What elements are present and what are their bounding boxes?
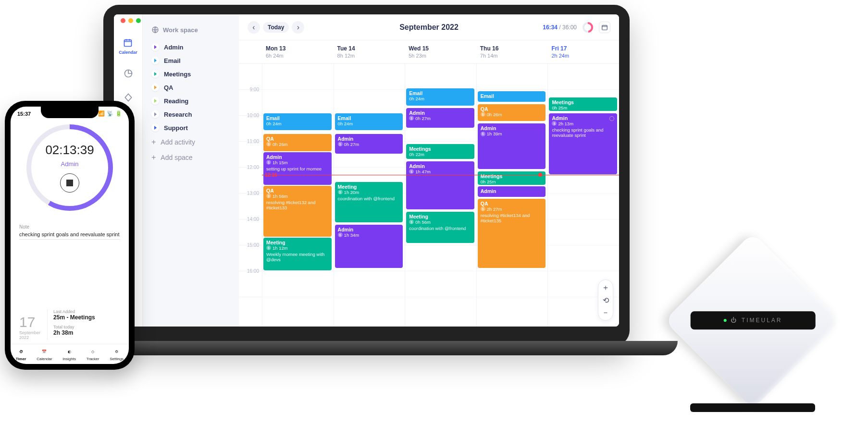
- diamond-icon: [123, 92, 134, 103]
- day-header[interactable]: Wed 155h 23m: [405, 40, 476, 63]
- svg-rect-2: [602, 25, 608, 29]
- tab-calendar[interactable]: 📅Calendar: [37, 347, 52, 361]
- event-duration: $1h 39m: [481, 131, 543, 136]
- event-duration: 0h 25m: [552, 105, 614, 110]
- event-block[interactable]: Meetings0h 25m: [478, 171, 546, 185]
- event-block[interactable]: Meetings0h 25m: [549, 97, 617, 111]
- day-column[interactable]: Email0h 24mQA$0h 26mAdmin$1h 15msetting …: [262, 64, 334, 327]
- zoom-reset-button[interactable]: ⟲: [601, 295, 610, 305]
- zoom-in-button[interactable]: ＋: [601, 283, 610, 292]
- activity-research[interactable]: Research: [148, 108, 234, 121]
- activity-reading[interactable]: Reading: [148, 94, 234, 108]
- event-title: QA: [266, 136, 329, 142]
- add-space[interactable]: +Add space: [148, 150, 234, 165]
- activity-admin[interactable]: Admin: [148, 40, 234, 54]
- event-title: Admin: [266, 154, 329, 160]
- activity-meetings[interactable]: Meetings: [148, 67, 234, 81]
- event-block[interactable]: QA$0h 26m: [478, 104, 546, 121]
- play-icon: [151, 70, 159, 78]
- zoom-out-button[interactable]: －: [601, 308, 610, 317]
- event-block[interactable]: Admin$0h 27m: [406, 108, 474, 128]
- hour-label: 11:00: [247, 139, 259, 144]
- day-column[interactable]: EmailQA$0h 26mAdmin$1h 39mMeetings0h 25m…: [476, 64, 548, 327]
- event-block[interactable]: Meeting$1h 20mcoordination with @fronten…: [335, 182, 403, 222]
- nav-tracker[interactable]: [123, 92, 134, 103]
- activity-label: Admin: [164, 44, 183, 51]
- event-title: Email: [409, 90, 471, 96]
- tracker-stand: [690, 403, 815, 412]
- event-block[interactable]: Email: [478, 91, 546, 102]
- activity-email[interactable]: Email: [148, 54, 234, 67]
- event-block[interactable]: Admin$1h 34m: [335, 225, 403, 268]
- day-column[interactable]: Email0h 24mAdmin$0h 27mMeetings0h 22mAdm…: [405, 64, 476, 327]
- signal-icon: 📶: [98, 110, 105, 117]
- phone-notch: [41, 107, 99, 118]
- phone-tabbar: ⏱Timer📅Calendar◐Insights◇Tracker⚙Setting…: [11, 344, 129, 364]
- add-activity[interactable]: +Add activity: [148, 134, 234, 150]
- event-block[interactable]: Admin$1h 47m: [406, 161, 474, 210]
- tracker-band: ⏻ TIMEULAR: [691, 311, 816, 329]
- event-block[interactable]: QA$2h 27mresolving #ticket134 and #ticke…: [478, 199, 546, 268]
- tab-insights[interactable]: ◐Insights: [62, 347, 76, 361]
- today-button[interactable]: Today: [263, 22, 289, 33]
- workspace-name: Work space: [163, 26, 198, 34]
- day-header[interactable]: Thu 167h 14m: [476, 40, 548, 63]
- tab-settings[interactable]: ⚙Settings: [110, 347, 124, 361]
- prev-button[interactable]: ‹: [248, 21, 260, 34]
- status-icons: 📶 📡 🔋: [98, 110, 122, 117]
- event-block[interactable]: Admin$1h 39m: [478, 123, 546, 169]
- event-block[interactable]: Email0h 24m: [335, 113, 403, 131]
- event-block[interactable]: Admin$0h 27m: [335, 134, 403, 154]
- range-picker[interactable]: [599, 22, 610, 33]
- close-icon[interactable]: [121, 18, 125, 23]
- billable-icon: $: [266, 245, 271, 250]
- day-header[interactable]: Mon 136h 24m: [262, 40, 334, 63]
- nav-calendar[interactable]: Calendar: [119, 37, 137, 55]
- time-ratio: 16:34 / 36:00: [543, 24, 577, 31]
- play-icon: [151, 110, 159, 118]
- event-block[interactable]: Admin$1h 15msetting up sprint for momee: [263, 152, 332, 185]
- timer-value: 02:13:39: [45, 143, 94, 157]
- settings-icon: ⚙: [112, 347, 121, 356]
- event-block[interactable]: Meeting$0h 56mcoordination with @fronten…: [406, 212, 474, 243]
- power-icon: ⏻: [731, 317, 738, 324]
- minimize-icon[interactable]: [128, 18, 133, 23]
- day-header[interactable]: Fri 172h 24m: [547, 40, 619, 63]
- day-header[interactable]: Tue 148h 12m: [334, 40, 405, 63]
- day-column[interactable]: Email0h 24mAdmin$0h 27mMeeting$1h 20mcoo…: [334, 64, 405, 327]
- event-duration: 0h 24m: [409, 96, 471, 101]
- event-block[interactable]: Admin: [478, 186, 546, 197]
- activity-support[interactable]: Support: [148, 121, 234, 134]
- tab-timer[interactable]: ⏱Timer: [16, 347, 26, 361]
- event-block[interactable]: QA$1h 56mresolving #ticket132 and #ticke…: [263, 186, 332, 237]
- tab-tracker[interactable]: ◇Tracker: [87, 347, 99, 361]
- event-block[interactable]: QA$0h 26m: [263, 134, 332, 151]
- activity-qa[interactable]: QA: [148, 81, 234, 94]
- event-duration: $1h 15m: [266, 160, 329, 165]
- day-total: 6h 24m: [266, 53, 330, 59]
- hour-label: 16:00: [247, 268, 259, 274]
- maximize-icon[interactable]: [136, 18, 141, 23]
- pie-icon: [123, 68, 134, 79]
- event-block[interactable]: Email0h 24m: [263, 113, 332, 131]
- nav-insights[interactable]: [123, 68, 134, 79]
- day-total: 5h 23m: [409, 53, 472, 59]
- event-block[interactable]: Meeting$1h 12mWeekly momee meeting with …: [263, 238, 332, 270]
- app-screen: Calendar Work space AdminEmailMeetingsQA…: [114, 14, 619, 327]
- laptop-base: [53, 341, 678, 355]
- event-title: Admin: [552, 115, 614, 121]
- tab-label: Insights: [62, 357, 76, 361]
- billable-icon: $: [481, 112, 485, 117]
- calendar-range-icon: [601, 24, 608, 31]
- stop-button[interactable]: [60, 173, 79, 193]
- event-title: Admin: [338, 227, 400, 232]
- plus-icon: +: [151, 138, 156, 146]
- note-input[interactable]: checking sprint goals and reevaluate spr…: [19, 230, 120, 240]
- event-block[interactable]: Admin$2h 13mchecking sprint goals and re…: [549, 113, 617, 175]
- next-button[interactable]: ›: [292, 21, 304, 34]
- event-duration: 0h 24m: [266, 121, 329, 126]
- workspace-header[interactable]: Work space: [151, 26, 230, 34]
- event-block[interactable]: Email0h 24m: [406, 88, 474, 106]
- event-block[interactable]: Meetings0h 22m: [406, 144, 474, 158]
- activity-sidebar: Work space AdminEmailMeetingsQAReadingRe…: [143, 14, 239, 327]
